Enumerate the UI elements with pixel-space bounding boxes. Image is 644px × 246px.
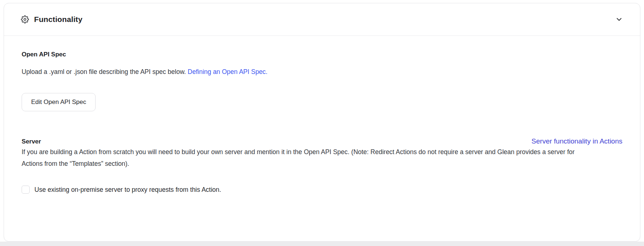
chevron-down-icon[interactable] (615, 15, 623, 23)
gear-icon (21, 15, 29, 23)
open-api-spec-heading: Open API Spec (22, 51, 622, 58)
server-section: Server Server functionality in Actions I… (22, 137, 622, 194)
open-api-spec-section: Open API Spec Upload a .yaml or .json fi… (22, 51, 622, 111)
server-header-row: Server Server functionality in Actions (22, 137, 622, 145)
on-premise-server-checkbox-label: Use existing on-premise server to proxy … (34, 186, 221, 194)
functionality-card-body: Open API Spec Upload a .yaml or .json fi… (4, 36, 640, 194)
functionality-card-header[interactable]: Functionality (4, 3, 640, 36)
functionality-card: Functionality Open API Spec Upload a .ya… (4, 3, 640, 242)
on-premise-server-checkbox[interactable] (22, 186, 30, 194)
page-background-strip (0, 242, 644, 246)
server-functionality-link[interactable]: Server functionality in Actions (532, 137, 622, 145)
open-api-spec-description: Upload a .yaml or .json file describing … (22, 66, 622, 78)
on-premise-server-checkbox-row[interactable]: Use existing on-premise server to proxy … (22, 186, 622, 194)
card-title: Functionality (34, 15, 82, 24)
defining-open-api-spec-link[interactable]: Defining an Open API Spec. (188, 68, 267, 75)
server-heading: Server (22, 138, 41, 145)
server-description: If you are building a Action from scratc… (22, 146, 582, 169)
edit-open-api-spec-button[interactable]: Edit Open API Spec (22, 93, 96, 111)
open-api-spec-description-text: Upload a .yaml or .json file describing … (22, 68, 186, 75)
